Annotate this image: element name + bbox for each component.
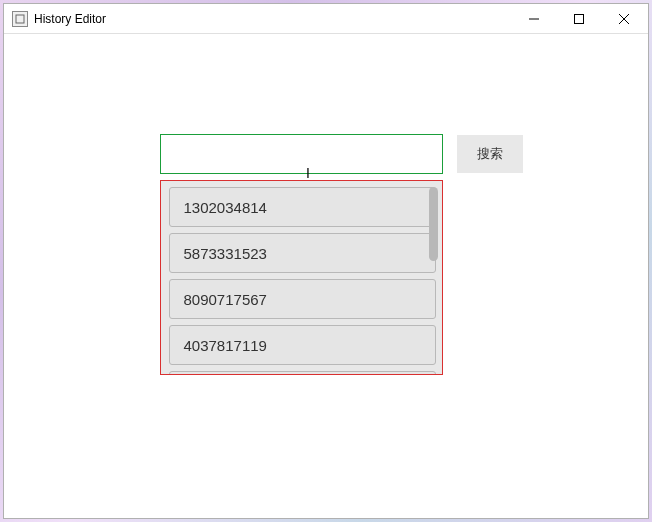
list-item[interactable]: 8090717567 bbox=[169, 279, 436, 319]
window-controls bbox=[511, 5, 646, 33]
list-item[interactable]: 5873331523 bbox=[169, 233, 436, 273]
content-area: 搜索 I 1302034814 5873331523 8090717567 40… bbox=[4, 34, 648, 518]
svg-rect-2 bbox=[574, 14, 583, 23]
results-list: 1302034814 5873331523 8090717567 4037817… bbox=[160, 180, 443, 375]
app-window: History Editor 搜索 I 1302034814 587333152… bbox=[3, 3, 649, 519]
search-input[interactable] bbox=[160, 134, 443, 174]
search-row: 搜索 bbox=[160, 134, 523, 174]
scrollbar-thumb[interactable] bbox=[429, 187, 438, 261]
search-button[interactable]: 搜索 bbox=[457, 135, 523, 173]
app-icon bbox=[12, 11, 28, 27]
svg-rect-0 bbox=[16, 15, 24, 23]
list-item[interactable]: 1302034814 bbox=[169, 187, 436, 227]
maximize-button[interactable] bbox=[556, 5, 601, 33]
close-button[interactable] bbox=[601, 5, 646, 33]
minimize-button[interactable] bbox=[511, 5, 556, 33]
list-item[interactable]: 4037817119 bbox=[169, 325, 436, 365]
window-title: History Editor bbox=[34, 12, 511, 26]
scrollbar-track[interactable] bbox=[429, 187, 438, 368]
list-item[interactable] bbox=[169, 371, 436, 375]
titlebar: History Editor bbox=[4, 4, 648, 34]
list-inner: 1302034814 5873331523 8090717567 4037817… bbox=[169, 187, 436, 375]
